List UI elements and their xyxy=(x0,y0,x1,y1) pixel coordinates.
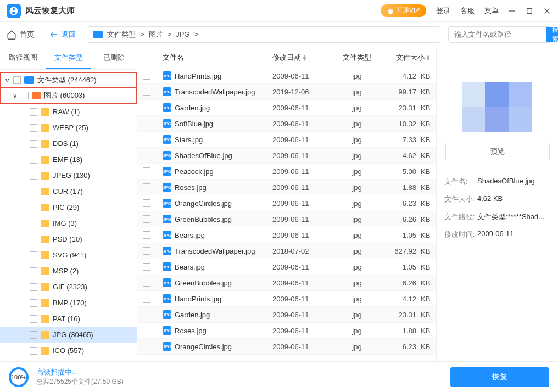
checkbox[interactable] xyxy=(30,140,37,148)
table-row[interactable]: JPGBears.jpg2009-06-11jpg1.05KB xyxy=(137,259,436,275)
table-row[interactable]: JPGShadesOfBlue.jpg2009-06-11jpg4.62KB xyxy=(137,148,436,164)
tree-node[interactable]: WEBP (25) xyxy=(0,120,137,136)
row-checkbox[interactable] xyxy=(143,311,150,318)
table-row[interactable]: JPGSoftBlue.jpg2009-06-11jpg10.32KB xyxy=(137,116,436,132)
tree-node[interactable]: v图片 (60003) xyxy=(0,88,137,104)
checkbox[interactable] xyxy=(30,331,37,339)
table-row[interactable]: JPGRoses.jpg2009-06-11jpg1.88KB xyxy=(137,323,436,339)
folder-icon xyxy=(41,140,49,148)
support-link[interactable]: 客服 xyxy=(460,6,475,16)
tree-node[interactable]: DDS (1) xyxy=(0,136,137,152)
row-checkbox[interactable] xyxy=(143,295,150,303)
checkbox[interactable] xyxy=(30,188,37,195)
row-checkbox[interactable] xyxy=(143,247,150,255)
search-button[interactable]: 搜索 xyxy=(546,27,558,42)
table-row[interactable]: JPGTranscodedWallpaper.jpg2018-07-02jpg6… xyxy=(137,243,436,259)
col-size[interactable]: 文件大小▲▼ xyxy=(382,53,436,63)
checkbox[interactable] xyxy=(30,267,37,275)
vip-button[interactable]: 开通VIP xyxy=(381,4,426,17)
row-checkbox[interactable] xyxy=(143,231,150,239)
table-row[interactable]: JPGBears.jpg2009-06-11jpg1.05KB xyxy=(137,227,436,243)
tree-node[interactable]: RAW (1) xyxy=(0,104,137,120)
row-checkbox[interactable] xyxy=(143,88,150,96)
row-checkbox[interactable] xyxy=(143,104,150,111)
checkbox[interactable] xyxy=(30,283,37,291)
close-button[interactable] xyxy=(543,7,551,15)
row-checkbox[interactable] xyxy=(143,215,150,223)
tree-node[interactable]: PIC (29) xyxy=(0,199,137,215)
checkbox[interactable] xyxy=(30,236,37,243)
tab-deleted[interactable]: 已删除 xyxy=(91,47,137,69)
table-row[interactable]: JPGGreenBubbles.jpg2009-06-11jpg6.26KB xyxy=(137,211,436,227)
table-row[interactable]: JPGOrangeCircles.jpg2009-06-11jpg6.23KB xyxy=(137,339,436,355)
preview-button[interactable]: 预览 xyxy=(445,143,550,160)
row-checkbox[interactable] xyxy=(143,72,150,80)
row-checkbox[interactable] xyxy=(143,120,150,127)
row-checkbox[interactable] xyxy=(143,343,150,350)
row-checkbox[interactable] xyxy=(143,152,150,159)
col-name[interactable]: 文件名 xyxy=(163,53,272,63)
tree-node[interactable]: SVG (941) xyxy=(0,247,137,263)
checkbox[interactable] xyxy=(30,347,37,355)
table-row[interactable]: JPGRoses.jpg2009-06-11jpg1.88KB xyxy=(137,180,436,195)
tree-node[interactable]: CUR (17) xyxy=(0,183,137,199)
checkbox[interactable] xyxy=(21,92,29,99)
table-row[interactable]: JPGOrangeCircles.jpg2009-06-11jpg6.23KB xyxy=(137,195,436,211)
maximize-button[interactable] xyxy=(525,7,534,15)
select-all-checkbox[interactable] xyxy=(143,54,150,61)
tree-label: 文件类型 (244462) xyxy=(37,75,97,85)
search-input[interactable] xyxy=(454,30,546,38)
table-row[interactable]: JPGGarden.jpg2009-06-11jpg23.31KB xyxy=(137,307,436,323)
col-date[interactable]: 修改日期▲▼ xyxy=(272,53,332,63)
checkbox[interactable] xyxy=(30,251,37,259)
row-checkbox[interactable] xyxy=(143,327,150,334)
tree-node[interactable]: PAT (16) xyxy=(0,311,137,327)
row-checkbox[interactable] xyxy=(143,136,150,143)
checkbox[interactable] xyxy=(30,108,37,116)
checkbox[interactable] xyxy=(30,315,37,323)
tree-node[interactable]: PSD (10) xyxy=(0,231,137,247)
col-type[interactable]: 文件类型 xyxy=(332,53,382,63)
tree-node[interactable]: GIF (2323) xyxy=(0,279,137,295)
checkbox[interactable] xyxy=(13,76,21,84)
file-name: Garden.jpg xyxy=(175,104,210,112)
tree-node[interactable]: MSP (2) xyxy=(0,263,137,279)
tab-file-type[interactable]: 文件类型 xyxy=(46,47,91,69)
tree-node[interactable]: BMP (170) xyxy=(0,295,137,311)
breadcrumb[interactable]: 文件类型> 图片> JPG> xyxy=(87,26,440,43)
row-checkbox[interactable] xyxy=(143,183,150,191)
table-row[interactable]: JPGGarden.jpg2009-06-11jpg23.31KB xyxy=(137,100,436,116)
tab-path-view[interactable]: 路径视图 xyxy=(0,47,46,69)
table-row[interactable]: JPGTranscodedWallpaper.jpg2019-12-06jpg9… xyxy=(137,84,436,100)
recover-button[interactable]: 恢复 xyxy=(450,367,549,387)
checkbox[interactable] xyxy=(30,172,37,180)
tree-node[interactable]: v文件类型 (244462) xyxy=(0,72,137,88)
file-date: 2009-06-11 xyxy=(272,279,332,287)
row-checkbox[interactable] xyxy=(143,279,150,287)
checkbox[interactable] xyxy=(30,124,37,132)
jpg-file-icon: JPG xyxy=(163,71,171,80)
table-row[interactable]: JPGPeacock.jpg2009-06-11jpg5.00KB xyxy=(137,164,436,180)
home-button[interactable]: 首页 xyxy=(7,30,34,40)
checkbox[interactable] xyxy=(30,299,37,307)
back-button[interactable]: 返回 xyxy=(49,30,76,40)
row-checkbox[interactable] xyxy=(143,199,150,207)
row-checkbox[interactable] xyxy=(143,263,150,271)
checkbox[interactable] xyxy=(30,220,37,227)
row-checkbox[interactable] xyxy=(143,167,150,175)
tree-node[interactable]: ICO (557) xyxy=(0,343,137,359)
checkbox[interactable] xyxy=(30,156,37,164)
table-row[interactable]: JPGHandPrints.jpg2009-06-11jpg4.12KB xyxy=(137,291,436,307)
table-row[interactable]: JPGGreenBubbles.jpg2009-06-11jpg6.26KB xyxy=(137,275,436,291)
tree-node[interactable]: JPG (30465) xyxy=(0,327,137,343)
table-row[interactable]: JPGHandPrints.jpg2009-06-11jpg4.12KB xyxy=(137,68,436,84)
minimize-button[interactable] xyxy=(507,7,516,15)
file-type: jpg xyxy=(332,120,382,128)
tree-node[interactable]: IMG (3) xyxy=(0,215,137,231)
menu-link[interactable]: 菜单 xyxy=(484,6,499,16)
checkbox[interactable] xyxy=(30,204,37,211)
table-row[interactable]: JPGStars.jpg2009-06-11jpg7.33KB xyxy=(137,132,436,148)
tree-node[interactable]: EMF (13) xyxy=(0,152,137,167)
tree-node[interactable]: JPEG (130) xyxy=(0,167,137,183)
login-link[interactable]: 登录 xyxy=(436,6,450,16)
